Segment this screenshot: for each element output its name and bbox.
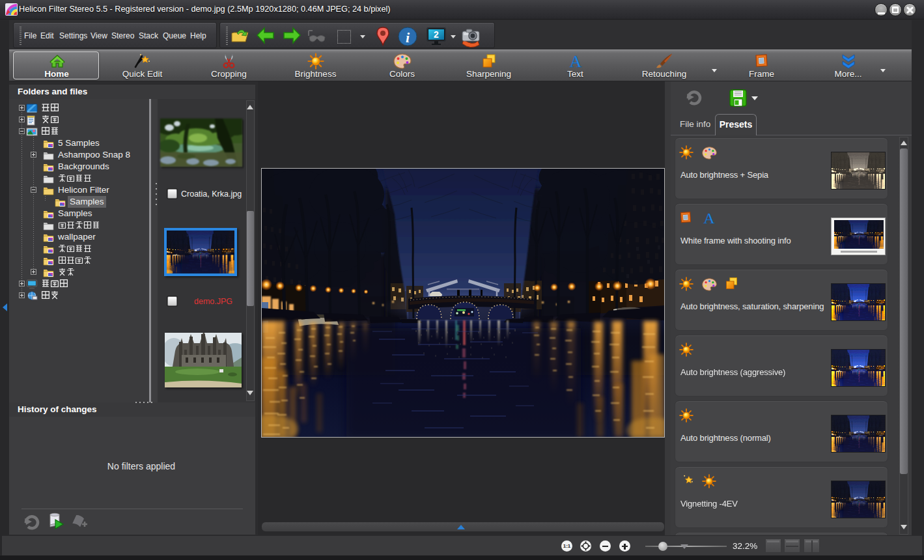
svg-text:A: A	[569, 53, 581, 70]
svg-text:i: i	[406, 29, 410, 46]
svg-text:2: 2	[434, 29, 439, 40]
svg-text:A: A	[703, 210, 715, 226]
